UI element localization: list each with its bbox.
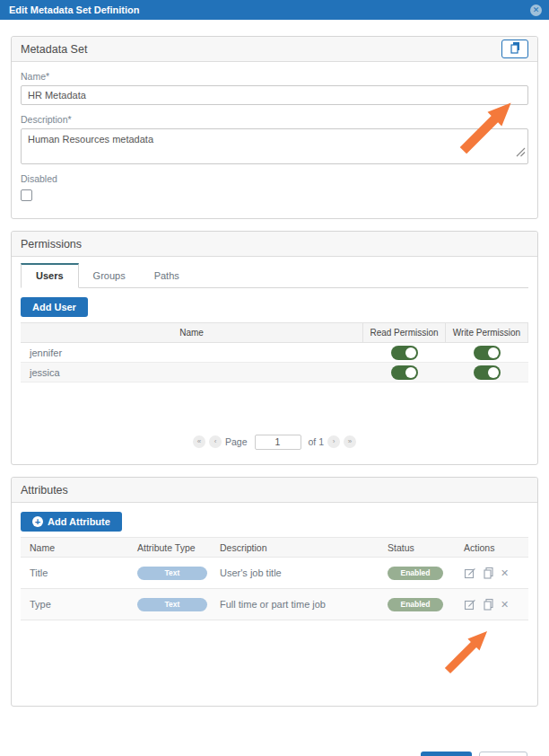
permissions-tabs: Users Groups Paths [21, 264, 528, 288]
last-page-icon[interactable]: » [344, 435, 356, 448]
add-attribute-button[interactable]: + Add Attribute [21, 512, 122, 532]
edit-icon[interactable] [464, 567, 476, 579]
permissions-panel: Permissions Users Groups Paths Add User … [11, 231, 538, 465]
first-page-icon[interactable]: « [193, 435, 205, 448]
plus-icon: + [32, 516, 43, 527]
tab-paths[interactable]: Paths [140, 265, 194, 287]
read-permission-toggle[interactable] [391, 365, 418, 380]
table-row: Title Text User's job title Enabled [21, 558, 528, 589]
add-attribute-label: Add Attribute [48, 516, 110, 527]
attribute-name: Type [21, 589, 137, 620]
attributes-table-header-row: Name Attribute Type Description Status A… [21, 538, 528, 558]
tab-users[interactable]: Users [21, 263, 79, 288]
save-button[interactable]: Save [421, 752, 472, 756]
col-header-read: Read Permission [363, 323, 446, 343]
pagination: « ‹ Page of 1 › » [21, 433, 528, 451]
next-page-icon[interactable]: › [327, 435, 340, 448]
table-row: jessica [21, 363, 528, 382]
prev-page-icon[interactable]: ‹ [209, 435, 222, 448]
table-empty-space [21, 620, 528, 692]
tab-groups[interactable]: Groups [79, 265, 140, 287]
disabled-checkbox[interactable] [21, 189, 32, 201]
resize-handle-icon[interactable] [516, 145, 526, 161]
status-badge: Enabled [388, 598, 443, 611]
table-empty-space [21, 382, 528, 433]
attributes-panel: Attributes + Add Attribute Name Attribut… [11, 477, 538, 707]
delete-icon[interactable]: ✕ [501, 567, 509, 579]
attributes-title: Attributes [21, 484, 68, 497]
write-permission-toggle[interactable] [474, 365, 501, 380]
col-header-actions: Actions [464, 538, 528, 558]
attribute-description: Full time or part time job [220, 589, 388, 620]
table-row: Type Text Full time or part time job Ena… [21, 589, 528, 620]
col-header-name: Name [21, 538, 137, 558]
permissions-table: Name Read Permission Write Permission je… [21, 322, 528, 382]
metadata-set-title: Metadata Set [21, 43, 87, 56]
attributes-header: Attributes [12, 478, 537, 503]
page-of-label: of 1 [309, 436, 325, 447]
copy-metadata-set-button[interactable] [501, 40, 528, 58]
col-header-attribute-type: Attribute Type [137, 538, 220, 558]
col-header-description: Description [220, 538, 388, 558]
copy-icon [510, 41, 521, 57]
table-row: jennifer [21, 343, 528, 363]
attribute-type-badge: Text [137, 598, 207, 611]
write-permission-toggle[interactable] [474, 346, 501, 360]
attributes-table: Name Attribute Type Description Status A… [21, 537, 528, 620]
delete-icon[interactable]: ✕ [501, 599, 509, 611]
disabled-label: Disabled [21, 173, 528, 184]
add-user-label: Add User [32, 302, 76, 312]
col-header-write: Write Permission [446, 323, 528, 343]
permissions-title: Permissions [21, 238, 82, 251]
status-badge: Enabled [388, 567, 443, 580]
name-field[interactable] [21, 85, 528, 105]
permissions-table-header-row: Name Read Permission Write Permission [21, 323, 528, 343]
dialog-footer: Save Close [11, 752, 538, 756]
user-name: jessica [21, 363, 363, 382]
metadata-set-panel: Metadata Set Name* Description* Human Re… [11, 36, 538, 219]
attribute-name: Title [21, 558, 137, 589]
attribute-type-badge: Text [137, 567, 207, 580]
read-permission-toggle[interactable] [391, 346, 418, 360]
user-name: jennifer [21, 343, 363, 363]
metadata-set-header: Metadata Set [12, 37, 537, 62]
add-user-button[interactable]: Add User [21, 297, 88, 317]
close-button[interactable]: Close [479, 752, 527, 756]
description-field[interactable]: Human Resources metadata [21, 128, 528, 164]
dialog-content: Metadata Set Name* Description* Human Re… [0, 36, 549, 756]
page-label: Page [225, 436, 248, 447]
metadata-set-body: Name* Description* Human Resources metad… [12, 62, 537, 218]
permissions-header: Permissions [12, 232, 537, 257]
attribute-description: User's job title [220, 558, 388, 589]
close-icon[interactable]: ✕ [530, 4, 542, 16]
description-label: Description* [21, 114, 528, 125]
attributes-body: + Add Attribute Name Attribute Type Desc… [12, 503, 537, 706]
col-header-name: Name [21, 323, 363, 343]
edit-icon[interactable] [464, 598, 476, 611]
dialog-titlebar: Edit Metadata Set Definition ✕ [0, 0, 549, 20]
dialog-title: Edit Metadata Set Definition [9, 4, 139, 15]
name-label: Name* [21, 71, 528, 82]
copy-icon[interactable] [483, 567, 494, 579]
permissions-body: Users Groups Paths Add User Name Read Pe… [12, 257, 537, 464]
col-header-status: Status [388, 538, 464, 558]
page-number-input[interactable] [255, 435, 301, 450]
copy-icon[interactable] [483, 598, 494, 611]
